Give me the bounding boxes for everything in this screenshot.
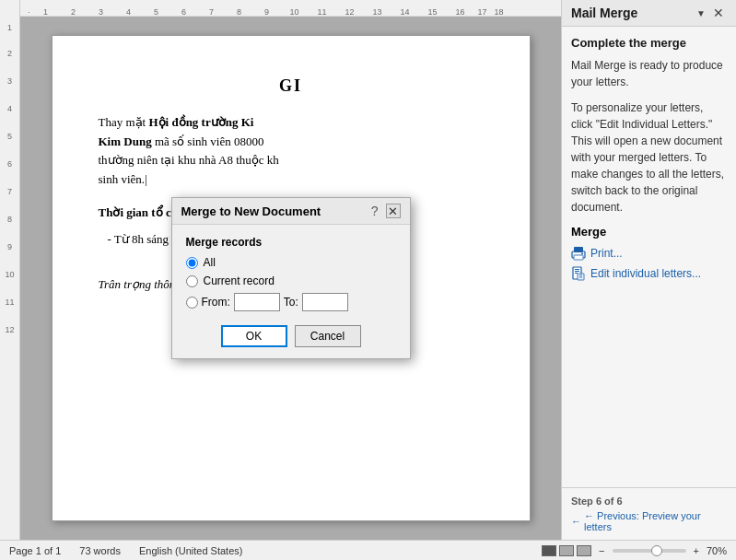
- radio-current-label: Current record: [204, 274, 275, 287]
- panel-chevron-icon[interactable]: ▼: [696, 8, 706, 18]
- print-layout-icon[interactable]: [542, 545, 556, 556]
- to-input[interactable]: [302, 293, 348, 311]
- panel-text-1: Mail Merge is ready to produce your lett…: [571, 57, 727, 90]
- radio-from-row: From: To:: [186, 293, 396, 311]
- dialog-help-icon[interactable]: ?: [371, 204, 379, 218]
- statusbar-right: − + 70%: [542, 545, 727, 556]
- radio-all[interactable]: [186, 257, 198, 269]
- cancel-button[interactable]: Cancel: [295, 325, 361, 347]
- ruler-vertical: 1 2 3 4 5 6 7 8 9 10 11 12: [0, 17, 20, 540]
- radio-group: All Current record From:: [186, 256, 396, 311]
- zoom-thumb: [651, 545, 662, 556]
- panel-header-right: ▼ ✕: [696, 6, 727, 20]
- prev-arrow-icon: ←: [571, 516, 581, 527]
- radio-current-row: Current record: [186, 274, 396, 287]
- edit-letters-label: Edit individual letters...: [590, 267, 701, 280]
- page-scroll[interactable]: GI Thay mặt Hội đồng trường Ki Kim Dung …: [20, 17, 561, 540]
- panel-text-2: To personalize your letters, click "Edit…: [571, 99, 727, 216]
- svg-point-6: [581, 253, 583, 255]
- ok-button[interactable]: OK: [221, 325, 287, 347]
- merge-section: Merge Print...: [571, 225, 727, 281]
- edit-letters-icon: [571, 266, 586, 281]
- ruler-top: · 1 2 3 4 5 6 7 8 9 10 11 12 13: [0, 0, 561, 17]
- panel-footer: Step 6 of 6 ← ← Previous: Preview your l…: [562, 487, 736, 540]
- ruler-corner: [0, 0, 20, 17]
- zoom-level: 70%: [707, 545, 727, 556]
- document-area: · 1 2 3 4 5 6 7 8 9 10 11 12 13: [0, 0, 561, 540]
- panel-title: Mail Merge: [571, 6, 637, 20]
- dialog-body: Merge records All Current record: [172, 225, 410, 358]
- panel-close-button[interactable]: ✕: [710, 6, 727, 20]
- edit-letters-link[interactable]: Edit individual letters...: [571, 266, 727, 281]
- zoom-slider[interactable]: [613, 549, 686, 553]
- zoom-minus[interactable]: −: [599, 545, 604, 556]
- ruler-horizontal: · 1 2 3 4 5 6 7 8 9 10 11 12 13: [20, 0, 561, 17]
- radio-current[interactable]: [186, 275, 198, 287]
- from-label: From:: [202, 296, 230, 309]
- full-reading-icon[interactable]: [559, 545, 574, 556]
- page-count: Page 1 of 1: [9, 545, 61, 556]
- word-count: 73 words: [79, 545, 121, 556]
- dialog-controls: ? ✕: [371, 204, 401, 218]
- prev-link[interactable]: ← ← Previous: Preview your letters: [571, 510, 727, 532]
- print-link[interactable]: Print...: [571, 246, 727, 261]
- svg-rect-11: [578, 274, 584, 280]
- dialog-title: Merge to New Document: [181, 204, 321, 218]
- mail-merge-panel: Mail Merge ▼ ✕ Complete the merge Mail M…: [561, 0, 736, 540]
- web-layout-icon[interactable]: [577, 545, 591, 556]
- radio-all-label: All: [204, 256, 216, 269]
- merge-dialog: Merge to New Document ? ✕ Merge records: [171, 197, 411, 359]
- dialog-buttons: OK Cancel: [186, 325, 396, 347]
- view-icons: [542, 545, 591, 556]
- merge-section-title: Merge: [571, 225, 727, 239]
- svg-rect-5: [574, 255, 583, 260]
- statusbar: Page 1 of 1 73 words English (United Sta…: [0, 540, 736, 560]
- radio-from[interactable]: [186, 297, 198, 309]
- panel-header: Mail Merge ▼ ✕: [562, 0, 736, 27]
- zoom-plus[interactable]: +: [694, 545, 699, 556]
- svg-rect-8: [575, 269, 579, 270]
- radio-all-row: All: [186, 256, 396, 269]
- dialog-close-button[interactable]: ✕: [386, 204, 401, 218]
- to-label: To:: [284, 296, 298, 309]
- svg-rect-10: [575, 273, 578, 274]
- complete-section-title: Complete the merge: [571, 36, 727, 50]
- panel-body: Complete the merge Mail Merge is ready t…: [562, 27, 736, 487]
- print-label: Print...: [590, 247, 623, 260]
- step-label: Step 6 of 6: [571, 496, 727, 507]
- language: English (United States): [139, 545, 243, 556]
- svg-rect-9: [575, 271, 579, 272]
- prev-label: ← Previous: Preview your letters: [584, 510, 727, 532]
- merge-records-label: Merge records: [186, 236, 396, 249]
- dialog-titlebar: Merge to New Document ? ✕: [172, 198, 410, 225]
- print-icon: [571, 246, 586, 261]
- from-input[interactable]: [234, 293, 280, 311]
- dialog-overlay: Merge to New Document ? ✕ Merge records: [20, 17, 561, 540]
- doc-body: 1 2 3 4 5 6 7 8 9 10 11 12: [0, 17, 561, 540]
